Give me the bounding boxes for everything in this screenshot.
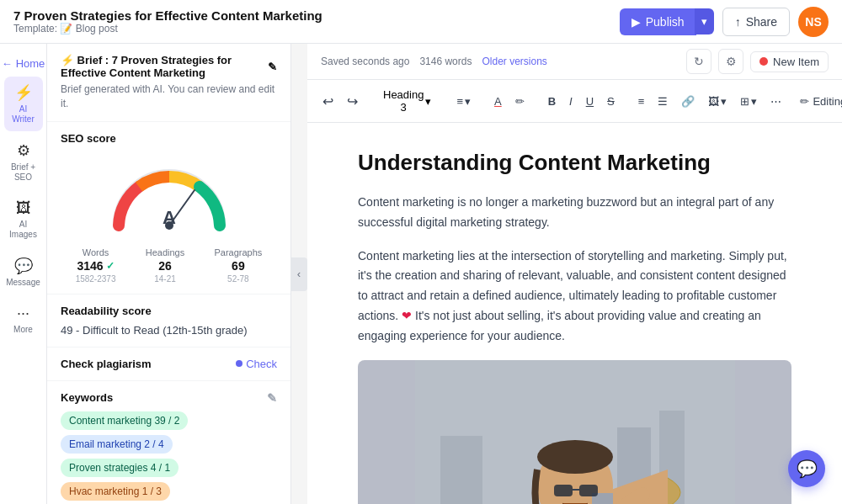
keywords-section: Keywords ✎ Content marketing 39 / 2 Emai… xyxy=(47,381,290,504)
red-dot-icon xyxy=(759,57,768,66)
top-bar: 7 Proven Strategies for Effective Conten… xyxy=(0,0,842,44)
publish-arrow-icon: ▶ xyxy=(632,15,641,29)
list-item: Content marketing 39 / 2 xyxy=(61,411,277,430)
keyword-tag[interactable]: Proven strategies 4 / 1 xyxy=(61,459,179,477)
svg-rect-13 xyxy=(554,485,573,496)
brief-seo-icon: ⚙ xyxy=(17,141,30,160)
panel-collapse-button[interactable]: ‹ xyxy=(290,257,307,291)
image-toolbar-icon: 🖼 xyxy=(708,95,719,108)
underline-button[interactable]: U xyxy=(581,92,599,111)
sidebar-item-label: AI Images xyxy=(9,220,38,240)
seo-score-section: SEO score xyxy=(47,122,290,294)
more-toolbar-button[interactable]: ⋯ xyxy=(765,92,786,111)
home-link[interactable]: ← Home xyxy=(0,54,51,73)
publish-dropdown-button[interactable]: ▾ xyxy=(695,8,714,34)
plagiarism-check-link[interactable]: Check xyxy=(236,358,277,370)
unordered-list-button[interactable]: ☰ xyxy=(653,92,673,111)
icon-btn-2[interactable]: ⚙ xyxy=(718,49,743,74)
editing-badge: ✏ Editing ▾ xyxy=(800,95,842,108)
editor-paragraph-1: Content marketing is no longer a marketi… xyxy=(358,193,791,233)
list-item: Hvac marketing 1 / 3 xyxy=(61,482,277,501)
chat-bubble-button[interactable]: 💬 xyxy=(788,450,825,487)
title-area: 7 Proven Strategies for Effective Conten… xyxy=(13,8,322,34)
publish-button[interactable]: ▶ Publish xyxy=(620,8,696,35)
table-button[interactable]: ⊞ ▾ xyxy=(735,92,762,111)
brief-title: ⚡ Brief : 7 Proven Strategies for Effect… xyxy=(61,54,277,79)
document-title: 7 Proven Strategies for Effective Conten… xyxy=(13,8,322,23)
icon-btn-1[interactable]: ↻ xyxy=(686,49,711,74)
headings-stat: Headings 26 14-21 xyxy=(146,247,184,284)
readability-section: Readability score 49 - Difficult to Read… xyxy=(47,294,290,347)
sidebar-item-label: Brief + SEO xyxy=(9,162,38,183)
sidebar-item-ai-writer[interactable]: ⚡ AI Writer xyxy=(4,77,43,131)
sidebar-item-label: Message xyxy=(6,278,40,288)
sidebar-item-brief-seo[interactable]: ⚙ Brief + SEO xyxy=(4,135,43,189)
bold-button[interactable]: B xyxy=(543,92,561,111)
readability-title: Readability score xyxy=(61,305,277,317)
align-button[interactable]: ≡ ▾ xyxy=(451,92,476,111)
keywords-title: Keywords ✎ xyxy=(61,391,277,405)
align-icon: ≡ xyxy=(456,95,463,108)
image-toolbar-button[interactable]: 🖼 ▾ xyxy=(703,92,732,111)
check-icon: ✓ xyxy=(106,260,115,272)
chevron-down-icon: ▾ xyxy=(425,95,431,108)
content-editor[interactable]: Understanding Content Marketing Content … xyxy=(307,123,842,504)
keyword-tag[interactable]: Content marketing 39 / 2 xyxy=(61,411,188,430)
keyword-tag[interactable]: Email marketing 2 / 4 xyxy=(61,435,173,454)
stats-row: Words 3146 ✓ 1582-2373 Headings 26 14-21… xyxy=(61,247,277,284)
sidebar-item-ai-images[interactable]: 🖼 AI Images xyxy=(4,193,43,247)
publish-group: ▶ Publish ▾ xyxy=(620,8,714,35)
status-bar: Saved seconds ago 3146 words Older versi… xyxy=(307,44,842,80)
table-icon: ⊞ xyxy=(740,95,749,108)
readability-score: 49 - Difficult to Read (12th-15th grade) xyxy=(61,324,277,337)
share-icon: ↑ xyxy=(735,15,741,29)
svg-point-11 xyxy=(537,440,613,474)
edit-icon[interactable]: ✎ xyxy=(268,61,277,73)
list-item: Email marketing 2 / 4 xyxy=(61,435,277,454)
chevron-down-icon: ▾ xyxy=(751,95,757,108)
highlight-button[interactable]: ✏ xyxy=(510,92,530,111)
svg-rect-14 xyxy=(579,485,598,496)
highlight-icon: ✏ xyxy=(515,95,525,108)
keyword-tag[interactable]: Hvac marketing 1 / 3 xyxy=(61,482,170,501)
text-color-button[interactable]: A xyxy=(489,92,507,111)
lightning-icon: ⚡ xyxy=(14,83,33,102)
older-versions-link[interactable]: Older versions xyxy=(482,56,546,67)
editor-area: Saved seconds ago 3146 words Older versi… xyxy=(307,44,842,504)
ordered-list-button[interactable]: ≡ xyxy=(633,92,650,111)
sidebar-item-message[interactable]: 💬 Message xyxy=(4,250,43,294)
plagiarism-section: Check plagiarism Check xyxy=(47,347,290,381)
svg-text:A: A xyxy=(163,207,176,228)
paragraphs-stat: Paragraphs 69 52-78 xyxy=(214,247,262,284)
words-stat: Words 3146 ✓ 1582-2373 xyxy=(76,247,116,284)
svg-rect-7 xyxy=(440,436,482,504)
chevron-down-icon: ▾ xyxy=(721,95,727,108)
avatar[interactable]: NS xyxy=(798,7,829,37)
editor-paragraph-2: Content marketing lies at the intersecti… xyxy=(358,247,791,347)
keywords-edit-icon[interactable]: ✎ xyxy=(267,391,277,405)
gauge-svg: A xyxy=(102,158,237,234)
redo-button[interactable]: ↪ xyxy=(342,90,363,113)
blue-dot-icon xyxy=(236,360,242,367)
brief-description: Brief generated with AI. You can review … xyxy=(61,82,277,111)
content-image xyxy=(358,360,791,504)
person-megaphone-svg xyxy=(415,360,735,504)
chevron-down-icon: ▾ xyxy=(465,95,471,108)
sidebar-item-label: AI Writer xyxy=(9,104,38,125)
undo-button[interactable]: ↩ xyxy=(317,90,338,113)
new-item-area[interactable]: New Item xyxy=(750,51,829,72)
pencil-icon: ✏ xyxy=(800,95,809,108)
word-count: 3146 words xyxy=(419,56,472,67)
link-icon: 🔗 xyxy=(681,95,695,108)
sidebar-item-label: More xyxy=(13,325,33,335)
template-label: Template: 📝 Blog post xyxy=(13,23,118,34)
saved-status: Saved seconds ago xyxy=(321,56,409,67)
editor-heading: Understanding Content Marketing xyxy=(358,150,791,176)
strikethrough-button[interactable]: S xyxy=(602,92,620,111)
heading-select-button[interactable]: Heading 3 ▾ xyxy=(376,85,438,117)
share-button[interactable]: ↑ Share xyxy=(722,8,790,36)
sidebar-item-more[interactable]: ··· More xyxy=(4,298,43,342)
link-button[interactable]: 🔗 xyxy=(676,92,700,111)
italic-button[interactable]: I xyxy=(564,92,578,111)
list-item: Proven strategies 4 / 1 xyxy=(61,459,277,477)
